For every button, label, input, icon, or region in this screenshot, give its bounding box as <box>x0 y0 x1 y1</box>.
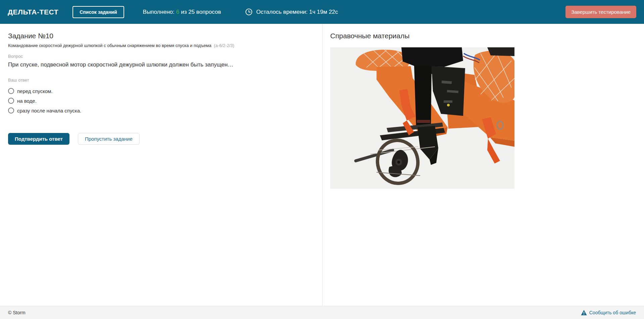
answer-option-label: сразу после начала спуска. <box>17 108 81 113</box>
answer-options: перед спуском. на воде. сразу после нача… <box>8 87 314 114</box>
finish-test-button[interactable]: Завершить тестирование <box>565 6 636 18</box>
top-bar: ДЕЛЬТА-ТЕСТ Список заданий Выполнено: 6 … <box>0 0 644 24</box>
task-title: Задание №10 <box>8 32 314 40</box>
answer-option-label: на воде. <box>17 98 37 104</box>
app-logo: ДЕЛЬТА-ТЕСТ <box>8 8 58 16</box>
time-remaining-text: Осталось времени: 1ч 19м 22с <box>256 9 338 15</box>
task-list-button[interactable]: Список заданий <box>72 6 124 18</box>
answer-option-2[interactable]: на воде. <box>8 97 37 104</box>
radio-button[interactable] <box>8 88 14 94</box>
warning-triangle-icon <box>581 310 587 315</box>
footer: © Storm Сообщить об ошибке <box>0 306 644 319</box>
progress-total: из 25 вопросов <box>181 9 221 15</box>
app-window: ДЕЛЬТА-ТЕСТ Список заданий Выполнено: 6 … <box>0 0 644 319</box>
report-error-link[interactable]: Сообщить об ошибке <box>581 310 636 315</box>
progress-status: Выполнено: 6 из 25 вопросов <box>143 9 221 15</box>
main-content: Задание №10 Командование скоростной дежу… <box>0 24 644 306</box>
answer-option-label: перед спуском. <box>17 88 53 94</box>
reference-panel: Справочные материалы <box>323 24 644 306</box>
radio-button[interactable] <box>8 98 14 104</box>
progress-done-count: 6 <box>176 9 179 15</box>
radio-button[interactable] <box>8 107 14 113</box>
report-error-label: Сообщить об ошибке <box>589 310 636 315</box>
progress-label: Выполнено: <box>143 9 175 15</box>
reference-title: Справочные материалы <box>330 32 644 40</box>
question-panel: Задание №10 Командование скоростной дежу… <box>0 24 323 306</box>
answer-option-1[interactable]: перед спуском. <box>8 87 53 95</box>
task-topic: Командование скоростной дежурной шлюпкой… <box>8 43 314 48</box>
question-label: Вопрос <box>8 54 314 59</box>
reference-image-outboard-motor-rescue-boat <box>330 47 514 189</box>
time-remaining: Осталось времени: 1ч 19м 22с <box>245 8 338 16</box>
clock-icon <box>245 8 253 16</box>
task-topic-code: (а-6/2-2/3) <box>214 43 234 48</box>
skip-task-button[interactable]: Пропустить задание <box>78 133 140 145</box>
answer-actions: Подтвердить ответ Пропустить задание <box>8 133 314 145</box>
answer-option-3[interactable]: сразу после начала спуска. <box>8 107 81 114</box>
confirm-answer-button[interactable]: Подтвердить ответ <box>8 133 69 145</box>
copyright-text: © Storm <box>8 310 26 315</box>
task-topic-text: Командование скоростной дежурной шлюпкой… <box>8 43 211 48</box>
question-text: При спуске, подвесной мотор скоростной д… <box>8 61 310 68</box>
answer-label: Ваш ответ <box>8 78 314 83</box>
